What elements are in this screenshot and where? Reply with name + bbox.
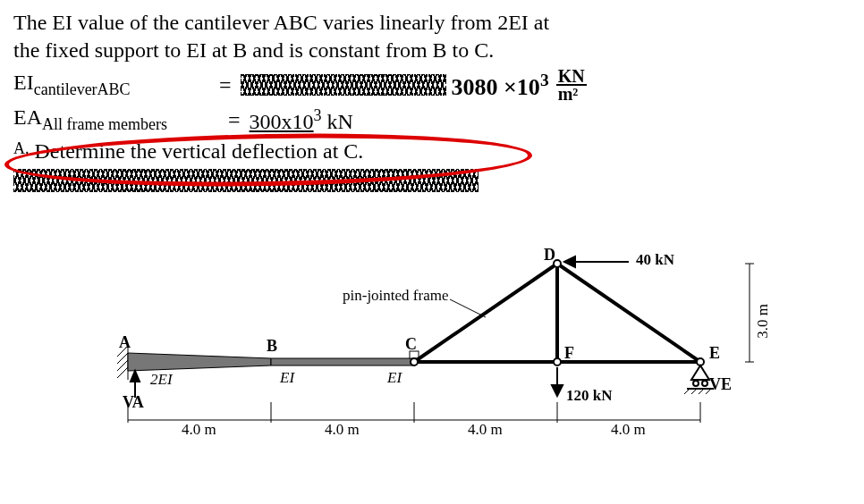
label-D: D [544,246,555,265]
task-prefix: A. [13,139,30,157]
problem-text-line2: the fixed support to EI at B and is cons… [13,37,851,64]
ea-symbol: EA [13,105,42,129]
svg-line-41 [450,299,486,317]
svg-point-19 [693,381,699,386]
span-1: 4.0 m [182,421,216,439]
load-40kN: 40 kN [636,251,674,269]
label-EI-right: EI [387,369,402,387]
svg-point-20 [702,381,707,386]
svg-marker-31 [131,371,140,382]
crossed-out-value [241,74,446,96]
svg-marker-18 [691,365,709,380]
svg-point-15 [554,358,561,365]
ei-unit-fraction: KN m² [556,68,587,102]
span-2: 4.0 m [325,421,360,439]
svg-line-12 [557,264,700,362]
svg-marker-5 [128,353,271,371]
ei-equals: = [219,73,232,97]
task-text: Determine the vertical deflection at C. [35,139,364,163]
ei-row: EIcantileverABC = 3080 ×103 KN m² [13,68,851,102]
svg-marker-29 [552,385,563,396]
label-C: C [405,335,417,354]
label-2EI: 2EI [150,371,173,389]
label-F: F [564,344,574,363]
svg-marker-27 [564,256,575,267]
ei-handwritten-value: 3080 ×103 [452,71,549,101]
structure-diagram: A B C D E F 2EI EI EI VA VE pin-jointed … [92,228,772,442]
label-A: A [119,333,131,352]
pin-jointed-label: pin-jointed frame [343,287,449,305]
svg-line-11 [414,264,557,362]
ea-row: EAAll frame members = 300x103 kN [13,105,851,134]
ea-equals: = [228,108,241,132]
height-label: 3.0 m [754,304,772,339]
label-B: B [267,337,277,356]
ea-subscript: All frame members [42,115,167,133]
svg-point-14 [411,358,418,365]
label-E: E [709,344,720,363]
ei-symbol: EI [13,71,34,94]
label-EI-left: EI [280,369,294,387]
ea-value: 300x103 kN [250,106,353,134]
problem-text-line1: The EI value of the cantilever ABC varie… [13,9,851,37]
label-VA: VA [123,393,144,412]
svg-marker-6 [271,358,414,365]
ei-subscript: cantileverABC [34,80,131,98]
load-120kN: 120 kN [566,387,612,405]
crossed-out-row [13,164,851,192]
task-circled: A. Determine the vertical deflection at … [13,139,363,164]
label-VE: VE [709,375,732,394]
span-4: 4.0 m [611,421,646,439]
span-3: 4.0 m [468,421,503,439]
